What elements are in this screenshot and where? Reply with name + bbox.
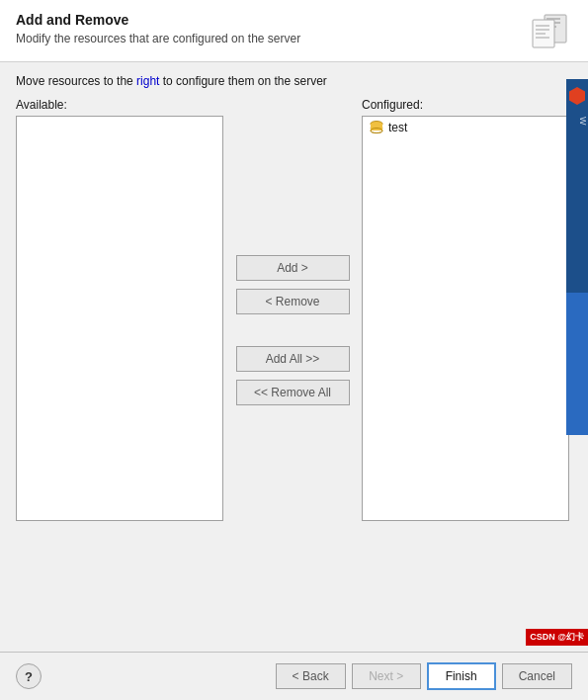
header-icon	[525, 12, 572, 51]
svg-rect-6	[536, 29, 549, 31]
remove-all-button[interactable]: << Remove All	[236, 380, 350, 405]
main-container: Add and Remove Modify the resources that…	[0, 0, 588, 700]
bottom-right: < Back Next > Finish Cancel	[276, 662, 572, 690]
help-button[interactable]: ?	[16, 663, 42, 689]
transfer-buttons: Add > < Remove Add All >> << Remove All	[223, 98, 362, 533]
configured-list[interactable]: test	[362, 116, 569, 521]
configured-section: Configured: test	[362, 98, 569, 521]
configured-item-test[interactable]: test	[363, 117, 568, 138]
svg-rect-7	[536, 33, 546, 35]
instruction-text: Move resources to the right to configure…	[16, 74, 572, 88]
svg-rect-8	[536, 37, 549, 39]
configured-label: Configured:	[362, 98, 569, 112]
configured-item-label: test	[388, 121, 407, 134]
shield-icon	[569, 87, 585, 105]
finish-button[interactable]: Finish	[427, 662, 496, 690]
svg-rect-5	[536, 25, 549, 27]
instruction-highlight: right	[136, 74, 159, 88]
header: Add and Remove Modify the resources that…	[0, 0, 588, 62]
next-button[interactable]: Next >	[352, 663, 421, 689]
add-all-button[interactable]: Add All >>	[236, 346, 350, 372]
available-list[interactable]	[16, 116, 223, 521]
svg-rect-10	[371, 124, 382, 128]
watermark-text: W	[566, 117, 588, 128]
csdn-tag: CSDN @幻卡	[526, 629, 588, 646]
dialog-title: Add and Remove	[16, 12, 300, 28]
content-area: Move resources to the right to configure…	[0, 62, 588, 652]
watermark-overlay: W	[566, 79, 588, 435]
available-label: Available:	[16, 98, 223, 112]
database-icon	[369, 120, 384, 135]
back-button[interactable]: < Back	[276, 663, 346, 689]
dialog-subtitle: Modify the resources that are configured…	[16, 32, 300, 45]
instruction-suffix: to configure them on the server	[159, 74, 326, 88]
bottom-left: ?	[16, 663, 42, 689]
bottom-bar: ? < Back Next > Finish Cancel	[0, 652, 588, 700]
cancel-button[interactable]: Cancel	[502, 663, 572, 689]
lists-container: Available: Add > < Remove Add All >> << …	[16, 98, 572, 640]
available-section: Available:	[16, 98, 223, 521]
instruction-prefix: Move resources to the	[16, 74, 136, 88]
remove-button[interactable]: < Remove	[236, 289, 350, 314]
header-text: Add and Remove Modify the resources that…	[16, 12, 300, 45]
server-documents-icon	[527, 13, 570, 50]
add-button[interactable]: Add >	[236, 255, 350, 281]
